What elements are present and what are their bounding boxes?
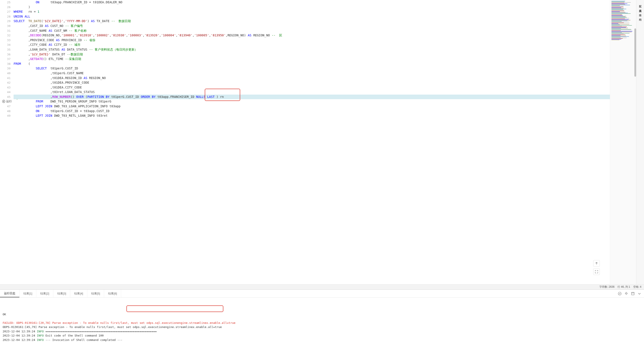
run-label: 运行 [6, 99, 12, 103]
side-tab-结构[interactable]: 结构 [638, 14, 642, 19]
line-number: 34 [2, 43, 10, 47]
expand-icon [595, 270, 598, 273]
result-tab[interactable]: 运行日志 [0, 290, 20, 297]
code-line[interactable]: ,CUST_NAME AS CUST_NM -- 客户名称 [14, 29, 610, 33]
line-number: 39 [2, 66, 10, 71]
check-icon[interactable] [618, 292, 622, 295]
code-line[interactable]: ,t01DEA.PROVINCE_CODE [14, 80, 610, 85]
indent-size: 空格: 4 [633, 285, 642, 289]
code-line[interactable]: ,PROVINCE_CODE AS PROVINCE_ID -- 省份 [14, 38, 610, 43]
line-number: 28 [2, 14, 10, 19]
line-number: 47 [2, 104, 10, 109]
line-number: 30 [2, 24, 10, 29]
run-button[interactable]: 运行 [1, 99, 13, 104]
log-line: OK [2, 312, 642, 316]
code-line[interactable]: LEFT JOIN DWD_T03_LOAN_APPLICATION_INFO … [14, 104, 610, 109]
scrollbar-thumb[interactable] [634, 29, 636, 77]
log-line: FAILED: ODPS-0130161:[20,78] Parse excep… [2, 321, 642, 325]
log-line: 2023-12-04 12:39:24 INFO Exit code of th… [2, 333, 642, 338]
line-number: 26 [2, 5, 10, 10]
result-tab[interactable]: 结果[5] [87, 290, 104, 297]
line-number: 37 [2, 57, 10, 62]
code-line[interactable]: ,LOAN_DATA_STATUS AS DATA_STATUS -- 客户资料… [14, 47, 610, 52]
code-line[interactable]: ,DECODE(REGION_NO,'100001','813910','100… [14, 33, 610, 38]
code-line[interactable]: ,'${V_DATE}' DATA_DT --数据日期 [14, 52, 610, 57]
line-number: 27 [2, 10, 10, 14]
line-number: 29 [2, 19, 10, 24]
pin-icon[interactable] [624, 292, 628, 295]
code-line[interactable]: ,ROW_NUMBER() OVER (PARTITION BY t01perG… [14, 95, 610, 99]
line-number: 44 [2, 90, 10, 95]
line-number: 32 [2, 33, 10, 38]
status-bar: 字符数: 2636 行 46, 列 1 空格: 4 [0, 284, 644, 289]
line-number: 48 [2, 109, 10, 114]
scroll-top-button[interactable] [593, 260, 600, 267]
line-number: 42 [2, 80, 10, 85]
line-number: 41 [2, 76, 10, 81]
line-number: 43 [2, 85, 10, 90]
log-line [2, 316, 642, 321]
maximize-icon[interactable] [631, 292, 635, 295]
side-tab-版本[interactable]: 版本 [638, 10, 642, 14]
log-line: 2023-12-04 12:39:24 INFO --- Invocation … [2, 338, 642, 342]
line-number: 38 [2, 62, 10, 66]
code-line[interactable]: FROM DWD_T01_PERSON_GROUP_INFO t01perG [14, 99, 610, 104]
code-line[interactable]: ,CUST_ID AS CUST_NO -- 客户编号 [14, 24, 610, 29]
code-line[interactable]: ,CITY_CODE AS CITY_ID -- 城市 [14, 43, 610, 47]
results-panel: 运行日志结果[1]结果[2]结果[3]结果[4]结果[5]结果[6] OKFAI… [0, 289, 644, 342]
code-line[interactable]: SELECT TO_DATE('${V_DATE}','YYYY-MM-DD')… [14, 19, 610, 24]
fullscreen-button[interactable] [593, 268, 600, 275]
result-tab[interactable]: 结果[6] [104, 290, 121, 297]
play-icon [2, 100, 5, 103]
collapse-icon[interactable] [638, 292, 642, 295]
line-number: 31 [2, 29, 10, 33]
svg-rect-2 [632, 292, 634, 295]
code-line[interactable]: ) [14, 5, 610, 10]
editor-area: 2526272829303132333435363738394041424344… [0, 0, 644, 284]
line-number: 36 [2, 52, 10, 57]
code-line[interactable]: ,t03ret.LOAN_DATA_STATUS [14, 90, 610, 95]
line-gutter: 2526272829303132333435363738394041424344… [0, 0, 12, 284]
code-line[interactable]: WHERE rn = 1 [14, 10, 610, 14]
side-tabs: 配置血缘关系版本结构 [636, 0, 644, 284]
code-line[interactable]: LEFT JOIN DWD_T03_RETL_LOAN_INFO t03ret [14, 113, 610, 118]
code-line[interactable]: ON t01perG.CUST_ID = t03app.CUST_ID [14, 109, 610, 114]
code-line[interactable]: FROM ( [14, 62, 610, 66]
line-number: 25 [2, 0, 10, 5]
line-number: 35 [2, 47, 10, 52]
log-line: 2023-12-04 12:39:24 INFO ===============… [2, 329, 642, 334]
result-tab[interactable]: 结果[3] [54, 290, 70, 297]
line-number: 33 [2, 38, 10, 43]
code-line[interactable]: ON t03app.FRANCHISER_ID = t01DEA.DEALER_… [14, 0, 610, 5]
result-tab[interactable]: 结果[2] [36, 290, 53, 297]
arrow-up-icon [595, 262, 598, 265]
side-tab-配置[interactable]: 配置 [638, 1, 642, 5]
code-line[interactable]: ,t01DEA.CITY_CODE [14, 85, 610, 90]
code-content[interactable]: ON t03app.FRANCHISER_ID = t01DEA.DEALER_… [12, 0, 610, 284]
result-tab[interactable]: 结果[1] [20, 290, 36, 297]
log-line: ODPS-0130161:[45,79] Parse exception - T… [2, 325, 642, 329]
code-line[interactable]: ,t01perG.CUST_NAME [14, 71, 610, 76]
line-number: 45 [2, 95, 10, 99]
code-line[interactable]: UNION ALL [14, 14, 610, 19]
result-tab[interactable]: 结果[4] [70, 290, 87, 297]
code-editor[interactable]: 2526272829303132333435363738394041424344… [0, 0, 610, 284]
minimap[interactable] [610, 0, 636, 284]
cursor-position: 行 46, 列 1 [618, 285, 630, 289]
tab-actions [618, 292, 644, 295]
char-count: 字符数: 2636 [600, 285, 614, 289]
side-tab-血缘关系[interactable]: 血缘关系 [638, 5, 642, 10]
line-number: 40 [2, 71, 10, 76]
code-line[interactable]: ,GETDATE() ETL_TIME --采集日期 [14, 57, 610, 62]
log-output[interactable]: OKFAILED: ODPS-0130161:[20,78] Parse exc… [0, 297, 644, 342]
line-number: 49 [2, 113, 10, 118]
code-line[interactable]: SELECT t01perG.CUST_ID [14, 66, 610, 71]
annotation-box-error-hint [126, 305, 223, 312]
code-line[interactable]: ,t01DEA.REGION_ID AS REGION_NO [14, 76, 610, 81]
result-tabs: 运行日志结果[1]结果[2]结果[3]结果[4]结果[5]结果[6] [0, 290, 644, 297]
